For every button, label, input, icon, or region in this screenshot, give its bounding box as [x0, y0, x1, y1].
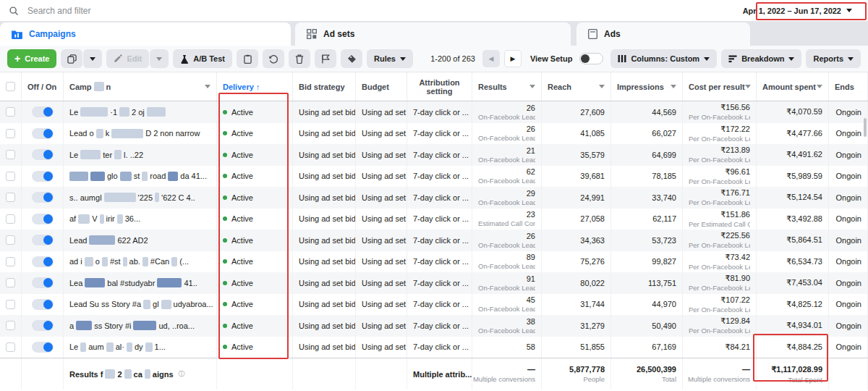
tab-ads-label: Ads — [604, 29, 621, 39]
sort-caret-icon[interactable] — [817, 85, 822, 88]
column-header-check[interactable] — [0, 72, 22, 101]
cell-impressions: 44,569 — [611, 101, 683, 123]
campaign-name[interactable]: s..aumgl'225'622 C 4.. — [64, 187, 217, 209]
tag-button[interactable] — [341, 49, 362, 68]
campaign-on-toggle[interactable] — [32, 235, 54, 245]
campaign-name[interactable]: afVirir36... — [64, 209, 217, 230]
reach-value: 31,744 — [580, 300, 605, 308]
redacted-text-fragment: 1... — [155, 342, 166, 351]
pencil-icon — [114, 54, 122, 63]
row-checkbox[interactable] — [6, 150, 15, 159]
column-header-budget[interactable]: Budget — [356, 72, 407, 101]
campaign-on-toggle[interactable] — [32, 342, 54, 353]
tab-campaigns[interactable]: Campaigns — [0, 22, 291, 46]
redacted-text-fragment: Le — [69, 151, 78, 159]
row-checkbox[interactable] — [6, 193, 15, 202]
redaction-blur — [143, 300, 150, 309]
cell-cpr: ₹81.90Per On-Facebook Le... — [683, 272, 757, 294]
redacted-text-fragment: '225 — [138, 193, 153, 202]
pagination-prev-button[interactable]: ◀ — [482, 50, 500, 67]
column-header-impressions[interactable]: Impressions — [611, 72, 683, 101]
campaign-on-toggle[interactable] — [32, 106, 54, 117]
column-header-ends[interactable]: Ends — [829, 72, 868, 101]
row-checkbox[interactable] — [6, 129, 15, 138]
column-header-reach[interactable]: Reach — [542, 72, 611, 101]
campaign-on-toggle[interactable] — [32, 171, 54, 182]
campaign-name[interactable]: Lead Suss Story #agludyabroa... — [64, 294, 217, 316]
campaign-on-toggle[interactable] — [32, 320, 54, 331]
date-range-label: Apr 1, 2022 – Jun 17, 2022 — [743, 7, 841, 15]
reports-button[interactable]: Reports — [806, 49, 861, 68]
sort-caret-icon[interactable] — [745, 85, 751, 88]
sort-caret-icon[interactable] — [599, 85, 605, 88]
campaign-on-toggle[interactable] — [32, 214, 54, 224]
column-header-results[interactable]: Results — [472, 72, 542, 101]
column-header-delivery[interactable]: Delivery ↑ — [217, 72, 293, 101]
row-checkbox[interactable] — [6, 321, 15, 330]
cost-per-result-value: ₹73.42 — [725, 253, 750, 262]
sort-caret-icon[interactable] — [205, 85, 210, 88]
cell-budget: Using ad set bu... — [356, 166, 407, 188]
column-header-attribution[interactable]: Attribution setting — [407, 72, 472, 101]
row-checkbox[interactable] — [6, 214, 15, 224]
redaction-blur — [106, 342, 114, 352]
row-checkbox[interactable] — [6, 300, 15, 309]
breakdown-button[interactable]: Breakdown — [721, 49, 801, 68]
view-setup-toggle[interactable] — [579, 53, 603, 64]
undo-button[interactable] — [263, 49, 284, 68]
campaign-name[interactable]: glostroadda 41... — [64, 166, 217, 188]
select-all-checkbox[interactable] — [6, 82, 15, 91]
edit-button[interactable]: Edit — [106, 49, 149, 68]
campaign-name[interactable]: Leabal #studyabr41.. — [64, 272, 217, 294]
campaign-on-toggle[interactable] — [32, 149, 54, 160]
impressions-value: 64,699 — [652, 151, 676, 159]
campaign-name[interactable]: Lead okD 2 non narrow — [64, 123, 217, 145]
sort-caret-icon[interactable] — [529, 85, 535, 88]
column-header-spent[interactable]: Amount spent — [757, 72, 829, 101]
column-header-cpr[interactable]: Cost per result — [683, 72, 757, 101]
campaign-name[interactable]: ad io#stab.#Can(... — [64, 251, 217, 273]
ab-test-button[interactable]: A/B Test — [173, 49, 232, 68]
search-input[interactable]: Search and filter — [27, 6, 727, 16]
duplicate-button[interactable] — [61, 49, 82, 68]
create-button[interactable]: + Create — [7, 49, 56, 68]
sort-caret-icon[interactable] — [671, 85, 676, 88]
campaign-on-toggle[interactable] — [32, 128, 54, 139]
redaction-blur — [94, 82, 104, 91]
delivery-status: Active — [231, 342, 253, 351]
row-checkbox[interactable] — [6, 235, 15, 245]
row-checkbox[interactable] — [6, 172, 15, 181]
row-checkbox[interactable] — [6, 107, 15, 117]
copy-to-clipboard-button[interactable] — [237, 49, 258, 68]
campaign-on-toggle[interactable] — [32, 192, 54, 203]
column-header-bid[interactable]: Bid strategy — [293, 72, 356, 101]
column-header-name[interactable]: Campn — [64, 72, 217, 101]
columns-button[interactable]: Columns: Custom — [610, 49, 717, 68]
campaign-name[interactable]: Lead622 AD2 — [64, 230, 217, 251]
campaign-on-toggle[interactable] — [32, 299, 54, 310]
edit-menu-button[interactable] — [150, 49, 169, 68]
reach-value: 39,681 — [580, 172, 605, 180]
rules-button[interactable]: Rules — [367, 49, 413, 68]
delete-button[interactable] — [289, 49, 310, 68]
campaign-on-toggle[interactable] — [32, 256, 54, 267]
date-range-selector[interactable]: Apr 1, 2022 – Jun 17, 2022 — [736, 4, 859, 17]
chevron-down-icon — [400, 57, 406, 61]
pagination-next-button[interactable]: ▶ — [504, 50, 522, 67]
campaign-name[interactable]: Le·12 oj — [64, 101, 217, 123]
cell-check — [0, 123, 22, 145]
redacted-text-fragment: k — [106, 129, 110, 138]
row-checkbox[interactable] — [6, 342, 15, 352]
campaign-name[interactable]: ass Story #iud, ..roa... — [64, 315, 217, 337]
row-checkbox[interactable] — [6, 257, 15, 266]
export-button[interactable] — [315, 49, 336, 68]
row-checkbox[interactable] — [6, 278, 15, 287]
tab-ads[interactable]: Ads — [576, 22, 750, 46]
vertical-scrollbar[interactable] — [864, 118, 867, 137]
campaign-name[interactable]: Leaumal·dy1... — [64, 337, 217, 358]
campaign-on-toggle[interactable] — [32, 277, 54, 288]
column-header-toggle[interactable]: Off / On — [22, 72, 64, 101]
duplicate-menu-button[interactable] — [83, 49, 102, 68]
campaign-name[interactable]: Leterl. ..22 — [64, 144, 217, 166]
tab-ad-sets[interactable]: Ad sets — [295, 22, 571, 46]
